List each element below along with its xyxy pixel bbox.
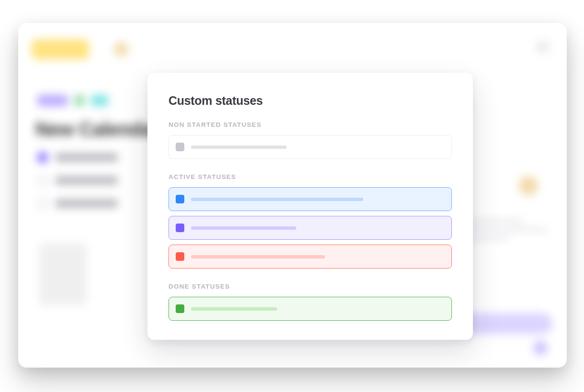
menu-icon[interactable]	[536, 42, 550, 52]
list-item[interactable]	[37, 175, 118, 186]
status-name-placeholder	[191, 255, 325, 258]
app-window: New Calendar Custom statuses NON STARTED…	[18, 23, 567, 368]
chip[interactable]	[75, 95, 84, 106]
status-group-non-started: NON STARTED STATUSES	[168, 121, 452, 159]
status-group-active: ACTIVE STATUSES	[168, 173, 452, 269]
checkbox-icon[interactable]	[37, 198, 48, 209]
status-name-placeholder	[191, 198, 363, 201]
status-row[interactable]	[168, 187, 452, 211]
custom-statuses-modal: Custom statuses NON STARTED STATUSES ACT…	[147, 73, 473, 340]
status-name-placeholder	[191, 226, 296, 230]
list-item[interactable]	[37, 198, 118, 209]
status-color-swatch[interactable]	[176, 304, 184, 313]
list-item[interactable]	[37, 152, 118, 163]
status-name-placeholder	[191, 146, 287, 149]
section-label: ACTIVE STATUSES	[168, 173, 452, 180]
details-placeholder	[466, 219, 552, 248]
status-color-swatch[interactable]	[176, 195, 184, 203]
status-row[interactable]	[168, 216, 452, 240]
status-group-done: DONE STATUSES	[168, 283, 452, 321]
status-name-placeholder	[191, 307, 277, 311]
new-button[interactable]	[32, 39, 89, 59]
chip[interactable]	[37, 95, 68, 106]
checklist	[37, 152, 118, 209]
view-chips	[37, 95, 108, 106]
fab-button[interactable]	[533, 341, 548, 355]
status-row[interactable]	[168, 135, 452, 159]
avatar[interactable]	[519, 176, 538, 195]
status-color-swatch[interactable]	[176, 143, 184, 151]
status-color-swatch[interactable]	[176, 252, 184, 261]
card-placeholder	[39, 243, 87, 305]
checkbox-icon[interactable]	[37, 152, 48, 163]
modal-title: Custom statuses	[168, 94, 452, 108]
checkbox-icon[interactable]	[37, 175, 48, 186]
section-label: DONE STATUSES	[168, 283, 452, 290]
status-color-swatch[interactable]	[176, 224, 184, 232]
section-label: NON STARTED STATUSES	[168, 121, 452, 128]
status-row[interactable]	[168, 297, 452, 321]
page-title: New Calendar	[35, 119, 159, 140]
status-row[interactable]	[168, 245, 452, 269]
avatar[interactable]	[114, 42, 128, 56]
chip[interactable]	[91, 95, 108, 106]
